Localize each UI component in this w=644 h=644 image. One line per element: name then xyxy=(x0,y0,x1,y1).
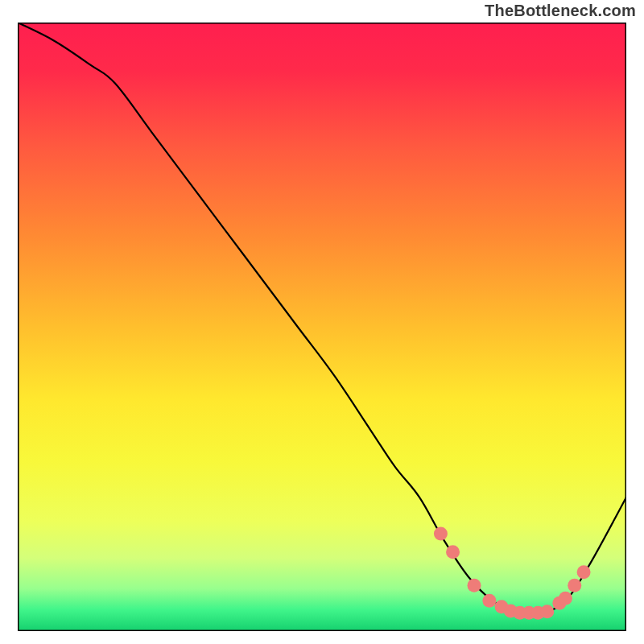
highlight-dot xyxy=(540,605,554,618)
plot-svg xyxy=(18,23,626,631)
chart-canvas: TheBottleneck.com xyxy=(0,0,644,644)
highlight-dot xyxy=(568,579,581,592)
plot-area xyxy=(18,23,626,631)
gradient-background xyxy=(18,23,626,631)
highlight-dot xyxy=(559,592,572,605)
highlight-dot xyxy=(434,527,448,541)
attribution-label: TheBottleneck.com xyxy=(485,2,636,20)
highlight-dot xyxy=(446,545,460,559)
highlight-dot xyxy=(468,579,481,592)
highlight-dot xyxy=(482,594,496,608)
highlight-dot xyxy=(577,565,591,579)
